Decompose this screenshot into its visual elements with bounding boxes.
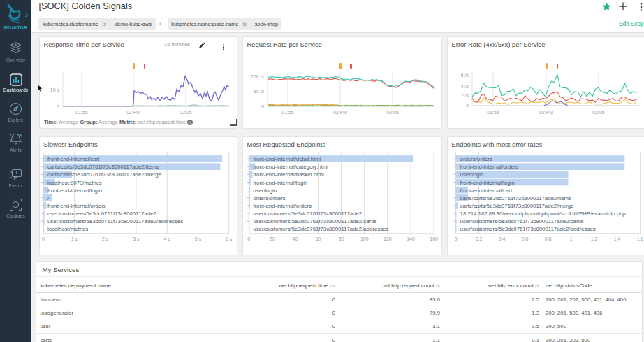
- svg-text:user/customers/5e3dc0761f73c80: user/customers/5e3dc0761f73c8000117ade2/…: [460, 218, 584, 225]
- svg-text:front-end-internal/orders: front-end-internal/orders: [253, 203, 312, 209]
- svg-text:1: 1: [570, 236, 573, 241]
- svg-text:1.2: 1.2: [591, 236, 598, 241]
- svg-text:orders/orders: orders/orders: [460, 156, 492, 162]
- svg-text:0: 0: [247, 236, 250, 241]
- svg-text:localhost:8079/metrics: localhost:8079/metrics: [47, 180, 102, 186]
- svg-text:02:05: 02:05: [180, 110, 192, 115]
- svg-text:6 s: 6 s: [226, 236, 233, 241]
- svg-text:user/customers/5e3dc0761f73c80: user/customers/5e3dc0761f73c8000117ade2/…: [460, 226, 596, 232]
- svg-text:front-end-internal/login: front-end-internal/login: [253, 180, 307, 186]
- svg-text:6 /s: 6 /s: [461, 73, 469, 78]
- svg-text:user/login: user/login: [253, 187, 277, 194]
- svg-text:01:55: 01:55: [75, 110, 88, 115]
- svg-text:carts/carts/5e3dc0761f73c80001: carts/carts/5e3dc0761f73c8000117ade2/ite…: [460, 195, 571, 201]
- svg-text:front-end-internal/category.ht: front-end-internal/category.html: [253, 164, 328, 170]
- svg-text:carts/carts/5e3dc0761f73c80001: carts/carts/5e3dc0761f73c8000117ade2/mer…: [47, 171, 161, 178]
- svg-text:18.214.182.89:80/vendor/phpuni: 18.214.182.89:80/vendor/phpunit/phpunit/…: [460, 211, 627, 217]
- svg-text:front-end-internal/orders: front-end-internal/orders: [460, 164, 519, 170]
- svg-text:user/customers/5e3dc0761f73c80: user/customers/5e3dc0761f73c8000117ade2/…: [253, 226, 388, 232]
- svg-text:01:55: 01:55: [281, 110, 294, 115]
- svg-text:carts/carts/5e3dc0761f73c80001: carts/carts/5e3dc0761f73c8000117ade2/ite…: [47, 164, 159, 170]
- svg-text:localhost/metrics: localhost/metrics: [47, 226, 88, 232]
- svg-text:80: 80: [339, 236, 344, 241]
- svg-text:front-end-internal/detail.html: front-end-internal/detail.html: [253, 156, 321, 162]
- svg-text:160: 160: [430, 236, 438, 241]
- svg-text:100: 100: [360, 236, 369, 241]
- svg-text:60: 60: [316, 236, 321, 241]
- svg-text:front-end-internal/login: front-end-internal/login: [47, 187, 102, 194]
- svg-text:02:05: 02:05: [386, 110, 399, 115]
- svg-text:5 s: 5 s: [195, 236, 202, 241]
- svg-text:0: 0: [42, 236, 45, 241]
- svg-text:0: 0: [455, 236, 458, 241]
- svg-text:20: 20: [270, 236, 275, 241]
- svg-text:0.8: 0.8: [545, 236, 552, 241]
- svg-text:1.4: 1.4: [614, 236, 621, 241]
- svg-text:120: 120: [383, 236, 392, 241]
- svg-text:140: 140: [407, 236, 415, 241]
- svg-text:user/login: user/login: [460, 171, 484, 178]
- svg-text:front-end-internal/login: front-end-internal/login: [460, 180, 515, 186]
- svg-text:orders/orders: orders/orders: [253, 195, 285, 201]
- svg-text:40: 40: [293, 236, 298, 241]
- svg-text:user/customers/5e3dc0761f73c80: user/customers/5e3dc0761f73c8000117ade2/…: [47, 218, 183, 225]
- svg-text:50 /s: 50 /s: [254, 89, 265, 94]
- svg-text:02 PM: 02 PM: [126, 110, 140, 115]
- svg-text:0.4: 0.4: [499, 236, 506, 241]
- svg-text:front-end-internal/cart: front-end-internal/cart: [47, 156, 100, 162]
- svg-text:front-end-internal/cart: front-end-internal/cart: [460, 187, 513, 194]
- svg-text:10 s: 10 s: [50, 87, 60, 92]
- svg-text:4 s: 4 s: [164, 236, 171, 241]
- svg-text:100 /s: 100 /s: [251, 74, 265, 79]
- svg-text:user/customers/5e3dc0761f73c80: user/customers/5e3dc0761f73c8000117ade2: [253, 211, 362, 217]
- svg-text:1 s: 1 s: [71, 236, 78, 241]
- svg-text:carts/carts/5e3dc0761f73c80001: carts/carts/5e3dc0761f73c8000117ade2/mer…: [460, 203, 574, 209]
- svg-text:4 /s: 4 /s: [461, 84, 469, 89]
- svg-text:0: 0: [261, 104, 264, 109]
- svg-text:front-end-internal/orders: front-end-internal/orders: [47, 203, 106, 209]
- svg-text:3 s: 3 s: [133, 236, 140, 241]
- svg-text:user/customers/5e3dc0761f73c80: user/customers/5e3dc0761f73c8000117ade2/…: [253, 218, 376, 225]
- svg-text:0: 0: [57, 104, 59, 109]
- svg-text:02 PM: 02 PM: [539, 110, 553, 115]
- svg-text:0.6: 0.6: [522, 236, 529, 241]
- svg-text:user/customers/5e3dc0761f73c80: user/customers/5e3dc0761f73c8000117ade2: [47, 211, 156, 217]
- svg-text:2 s: 2 s: [102, 236, 109, 241]
- svg-text:01:55: 01:55: [487, 110, 499, 115]
- svg-text:1.6: 1.6: [637, 236, 644, 241]
- svg-text:0.2: 0.2: [476, 236, 483, 241]
- svg-text:front-end-internal/basket.html: front-end-internal/basket.html: [253, 171, 324, 178]
- svg-text:02 PM: 02 PM: [333, 110, 347, 115]
- svg-text:02:05: 02:05: [592, 110, 605, 115]
- svg-text:0: 0: [466, 103, 469, 108]
- svg-text:2 /s: 2 /s: [461, 93, 469, 98]
